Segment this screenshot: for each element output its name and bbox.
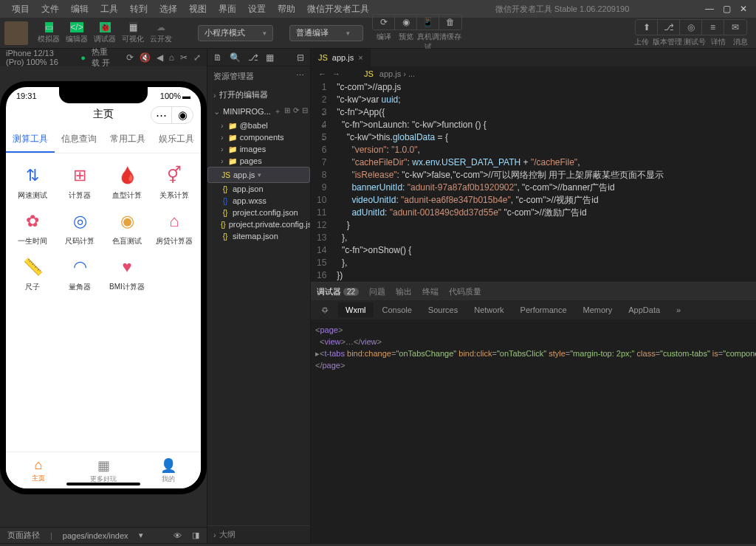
cloud-button[interactable]: ☁ [157,22,165,32]
new-folder-icon[interactable]: ⊞ [284,106,290,117]
capsule-menu-icon[interactable]: ⋯ [151,107,172,123]
refresh-icon[interactable]: ⟳ [293,106,299,117]
collapse-all-icon[interactable]: ⊟ [302,106,308,117]
editor-tab-appjs[interactable]: JSapp.js× [311,49,371,66]
menu-设置[interactable]: 设置 [242,0,272,18]
devtool-tab[interactable]: Network [467,303,511,317]
clear-icon[interactable]: 🗑 [439,15,461,30]
app-item[interactable]: ⚥关系计算 [151,161,198,204]
eye-icon[interactable]: 👁 [173,531,182,540]
menu-选择[interactable]: 选择 [154,0,183,18]
bottom-tab[interactable]: 👤我的 [136,452,201,488]
app-item[interactable]: ✿一生时间 [9,207,56,249]
code-area[interactable]: 123⌄4⌄5⌄678910111213141516 "c-com">//app… [311,81,756,282]
minimize-icon[interactable]: — [705,4,714,14]
simulator-button[interactable]: ▭ [45,22,53,32]
menu-视图[interactable]: 视图 [183,0,213,18]
project-section[interactable]: MINIPROG... ＋⊞⟳⊟ [207,103,310,120]
files-icon[interactable]: 🗎 [213,52,222,63]
ext-icon[interactable]: ▦ [266,52,274,63]
app-item[interactable]: 📏尺子 [9,252,56,295]
tree-node[interactable]: {}app.json [207,183,310,195]
nav-fwd-icon[interactable]: → [332,69,340,78]
tree-node[interactable]: JSapp.js [207,167,310,183]
search-icon[interactable]: 🔍 [230,52,241,63]
rotate-icon[interactable]: ⟳ [126,52,134,63]
app-item[interactable]: ⊞计算器 [56,161,103,204]
float-icon[interactable]: ⤢ [193,52,201,63]
tree-node[interactable]: 📁components [207,131,310,143]
compile-icon[interactable]: ⟳ [373,15,395,30]
menu-转到[interactable]: 转到 [124,0,154,18]
menu-界面[interactable]: 界面 [213,0,242,18]
menu-微信开发者工具[interactable]: 微信开发者工具 [301,0,375,18]
mini-tab[interactable]: 信息查询 [55,127,103,153]
bottom-tab[interactable]: ⌂主页 [6,452,71,488]
app-item[interactable]: ◠量角器 [56,252,103,295]
tree-node[interactable]: 📁@babel [207,120,310,131]
debugger-button[interactable]: 🐞 [100,22,111,32]
collapse-icon[interactable]: ⊟ [297,52,304,63]
wxml-tree[interactable]: <page> <view>…</view> ▸<t-tabs bind:chan… [311,319,756,452]
dbg-tab[interactable]: 问题 [369,286,385,297]
app-item[interactable]: 🩸血型计算 [103,161,151,204]
device-label[interactable]: iPhone 12/13 (Pro) 100% 16 [6,49,73,66]
app-item[interactable]: ⇅网速测试 [9,161,56,204]
mute-icon[interactable]: 🔇 [140,52,151,63]
visual-button[interactable]: ▦ [129,22,137,32]
realdev-icon[interactable]: 📱 [417,15,439,30]
menu-项目[interactable]: 项目 [6,0,35,18]
compile-select[interactable]: 普通编译 [289,25,363,41]
editor-button[interactable]: </> [70,22,83,32]
menu-编辑[interactable]: 编辑 [65,0,94,18]
mode-select[interactable]: 小程序模式 [198,25,273,41]
home-icon[interactable]: ⌂ [169,52,174,63]
app-item[interactable]: ◎尺码计算 [56,207,103,249]
mini-tab[interactable]: 娱乐工具 [152,127,201,153]
tree-node[interactable]: 📁pages [207,155,310,167]
dock-icon[interactable]: ◨ [192,531,199,540]
more-icon[interactable]: ⋯ [296,71,304,82]
devtool-tab[interactable]: AppData [621,303,667,317]
msg-icon[interactable]: ✉ [724,20,746,35]
nav-back-icon[interactable]: ← [318,69,326,78]
preview-icon[interactable]: ◉ [395,15,417,30]
dbg-tab[interactable]: 输出 [396,286,412,297]
tree-node[interactable]: {}project.private.config.js... [207,218,310,230]
page-path[interactable]: pages/index/index [63,531,128,540]
outline-section[interactable]: 大纲 [207,525,310,543]
tab-close-icon[interactable]: × [358,53,362,62]
menu-帮助[interactable]: 帮助 [272,0,301,18]
app-item[interactable]: ◉色盲测试 [103,207,151,249]
new-file-icon[interactable]: ＋ [274,106,281,117]
menu-文件[interactable]: 文件 [35,0,65,18]
upload-icon[interactable]: ⬆ [636,20,658,35]
back-icon[interactable]: ◀ [157,52,163,63]
version-icon[interactable]: ⎇ [658,20,680,35]
devtool-tab[interactable]: Wxml [338,303,374,317]
app-item[interactable]: ♥BMI计算器 [103,252,151,295]
opened-editors-section[interactable]: 打开的编辑器 [207,86,310,103]
dbg-tab[interactable]: 调试器 22 [317,286,359,297]
mini-tab[interactable]: 常用工具 [103,127,152,153]
tree-node[interactable]: {}sitemap.json [207,230,310,242]
detail-icon[interactable]: ≡ [702,20,724,35]
inspect-icon[interactable]: ⯐ [314,303,337,317]
devtool-tab[interactable]: Memory [576,303,620,317]
mini-tab[interactable]: 测算工具 [6,127,55,153]
devtool-tab[interactable]: Console [375,303,419,317]
tree-node[interactable]: 📁images [207,143,310,155]
dbg-tab[interactable]: 代码质量 [449,286,481,297]
app-item[interactable]: ⌂房贷计算器 [151,207,198,249]
maximize-icon[interactable]: ▢ [723,4,731,14]
project-avatar[interactable] [4,21,28,45]
menu-工具[interactable]: 工具 [94,0,124,18]
capsule-close-icon[interactable]: ◉ [172,107,193,123]
close-icon[interactable]: ✕ [740,4,747,14]
breadcrumb[interactable]: app.js › ... [379,69,415,78]
testid-icon[interactable]: ◎ [680,20,702,35]
cut-icon[interactable]: ✂ [180,52,188,63]
git-icon[interactable]: ⎇ [248,52,258,63]
tree-node[interactable]: {}app.wxss [207,195,310,207]
tree-node[interactable]: {}project.config.json [207,207,310,218]
